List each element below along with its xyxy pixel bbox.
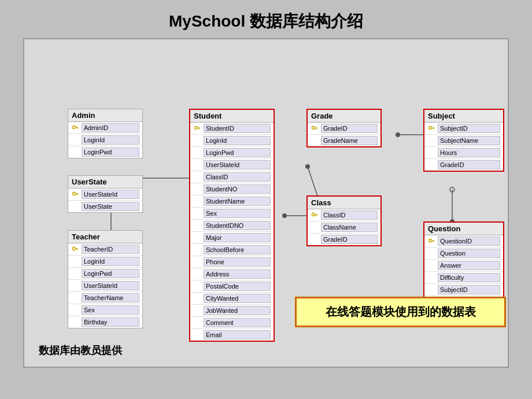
svg-rect-36 <box>433 128 434 130</box>
svg-point-16 <box>73 126 76 129</box>
admin-table: Admin AdminID LoginId LoginPwd <box>68 109 143 158</box>
svg-rect-30 <box>316 128 317 130</box>
key-icon <box>427 237 435 245</box>
admin-table-header: Admin <box>68 109 142 122</box>
svg-rect-27 <box>199 128 200 130</box>
teacher-table-header: Teacher <box>68 231 142 243</box>
svg-rect-21 <box>77 194 78 195</box>
key-icon <box>71 124 79 132</box>
svg-point-37 <box>429 239 432 242</box>
class-table-header: Class <box>308 197 380 209</box>
svg-rect-33 <box>316 215 317 216</box>
key-icon <box>311 211 319 219</box>
svg-point-14 <box>450 187 455 192</box>
question-table-header: Question <box>424 223 503 235</box>
key-icon <box>193 124 201 132</box>
key-icon <box>427 124 435 132</box>
svg-point-11 <box>396 132 400 137</box>
main-area: Admin AdminID LoginId LoginPwd UserState… <box>23 38 509 368</box>
svg-rect-39 <box>433 241 434 242</box>
student-table: Student StudentID LoginId LoginPwd UserS… <box>189 109 275 342</box>
svg-point-25 <box>195 127 198 130</box>
svg-rect-18 <box>77 128 78 129</box>
userstate-table: UserState UserStateId UserState <box>68 175 143 213</box>
key-icon <box>71 190 79 198</box>
bottom-text: 数据库由教员提供 <box>36 343 496 357</box>
subject-table-header: Subject <box>424 110 503 123</box>
student-table-header: Student <box>190 110 274 123</box>
grade-table-header: Grade <box>308 110 380 123</box>
svg-point-22 <box>73 247 76 250</box>
key-icon <box>311 124 319 132</box>
teacher-table: Teacher TeacherID LoginId LoginPwd UserS… <box>68 230 143 328</box>
page-title: MySchool 数据库结构介绍 <box>0 0 532 38</box>
svg-point-6 <box>305 164 310 169</box>
userstate-table-header: UserState <box>68 176 142 189</box>
highlight-box: 在线答题模块使用到的数据表 <box>295 297 506 327</box>
svg-point-28 <box>312 127 315 130</box>
key-icon <box>71 245 79 253</box>
svg-point-8 <box>282 213 287 218</box>
svg-point-19 <box>73 193 76 195</box>
svg-rect-24 <box>77 249 78 250</box>
class-table: Class ClassID ClassName GradeID <box>306 195 382 246</box>
grade-table: Grade GradeID GradeName <box>306 109 382 147</box>
tables-container: Admin AdminID LoginId LoginPwd UserState… <box>36 51 496 340</box>
svg-point-31 <box>312 213 315 216</box>
svg-point-34 <box>429 127 432 130</box>
question-table: Question QuestionID Question Answer Diff… <box>423 221 504 309</box>
subject-table: Subject SubjectID SubjectName Hours Grad… <box>423 109 504 172</box>
